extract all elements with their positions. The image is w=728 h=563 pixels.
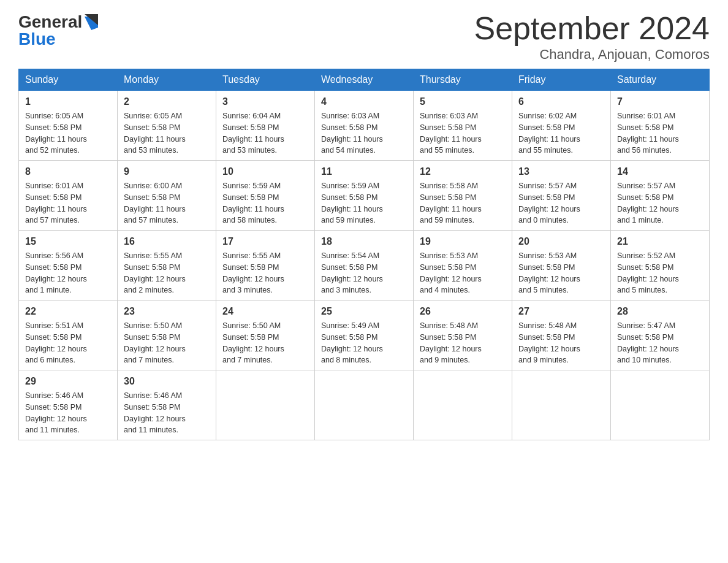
day-info: Sunrise: 5:57 AMSunset: 5:58 PMDaylight:…: [617, 180, 703, 226]
day-info: Sunrise: 6:04 AMSunset: 5:58 PMDaylight:…: [222, 110, 308, 156]
calendar-cell: 1Sunrise: 6:05 AMSunset: 5:58 PMDaylight…: [19, 91, 118, 161]
day-number: 17: [222, 234, 308, 249]
day-info: Sunrise: 5:56 AMSunset: 5:58 PMDaylight:…: [25, 250, 111, 296]
calendar-cell: 14Sunrise: 5:57 AMSunset: 5:58 PMDayligh…: [611, 161, 710, 231]
day-info: Sunrise: 5:59 AMSunset: 5:58 PMDaylight:…: [222, 180, 308, 226]
calendar-cell: 15Sunrise: 5:56 AMSunset: 5:58 PMDayligh…: [19, 231, 118, 301]
calendar-cell: 10Sunrise: 5:59 AMSunset: 5:58 PMDayligh…: [216, 161, 315, 231]
month-title: September 2024: [474, 12, 710, 44]
calendar-cell: 27Sunrise: 5:48 AMSunset: 5:58 PMDayligh…: [512, 301, 611, 370]
day-info: Sunrise: 6:05 AMSunset: 5:58 PMDaylight:…: [124, 110, 210, 156]
calendar-cell: 28Sunrise: 5:47 AMSunset: 5:58 PMDayligh…: [611, 301, 710, 370]
day-info: Sunrise: 6:02 AMSunset: 5:58 PMDaylight:…: [518, 110, 604, 156]
day-info: Sunrise: 5:48 AMSunset: 5:58 PMDaylight:…: [518, 320, 604, 366]
day-number: 5: [420, 94, 506, 109]
day-info: Sunrise: 5:58 AMSunset: 5:58 PMDaylight:…: [420, 180, 506, 226]
calendar-cell: [216, 370, 315, 440]
calendar-cell: [611, 370, 710, 440]
calendar-cell: 24Sunrise: 5:50 AMSunset: 5:58 PMDayligh…: [216, 301, 315, 370]
day-info: Sunrise: 5:50 AMSunset: 5:58 PMDaylight:…: [222, 320, 308, 366]
calendar-week-row: 15Sunrise: 5:56 AMSunset: 5:58 PMDayligh…: [19, 231, 710, 301]
calendar-cell: 11Sunrise: 5:59 AMSunset: 5:58 PMDayligh…: [315, 161, 414, 231]
day-number: 20: [518, 234, 604, 249]
day-number: 19: [420, 234, 506, 249]
calendar-header-row: Sunday Monday Tuesday Wednesday Thursday…: [19, 69, 710, 91]
calendar-cell: 7Sunrise: 6:01 AMSunset: 5:58 PMDaylight…: [611, 91, 710, 161]
day-number: 21: [617, 234, 703, 249]
calendar-cell: 22Sunrise: 5:51 AMSunset: 5:58 PMDayligh…: [19, 301, 118, 370]
calendar-cell: 8Sunrise: 6:01 AMSunset: 5:58 PMDaylight…: [19, 161, 118, 231]
day-number: 22: [25, 304, 111, 319]
day-number: 1: [25, 94, 111, 109]
day-number: 2: [124, 94, 210, 109]
calendar-cell: [512, 370, 611, 440]
day-info: Sunrise: 6:01 AMSunset: 5:58 PMDaylight:…: [617, 110, 703, 156]
day-info: Sunrise: 6:01 AMSunset: 5:58 PMDaylight:…: [25, 180, 111, 226]
calendar-table: Sunday Monday Tuesday Wednesday Thursday…: [18, 69, 710, 440]
calendar-cell: 3Sunrise: 6:04 AMSunset: 5:58 PMDaylight…: [216, 91, 315, 161]
day-number: 3: [222, 94, 308, 109]
calendar-cell: 29Sunrise: 5:46 AMSunset: 5:58 PMDayligh…: [19, 370, 118, 440]
day-number: 12: [420, 164, 506, 179]
day-info: Sunrise: 5:49 AMSunset: 5:58 PMDaylight:…: [321, 320, 407, 366]
day-number: 13: [518, 164, 604, 179]
calendar-cell: 4Sunrise: 6:03 AMSunset: 5:58 PMDaylight…: [315, 91, 414, 161]
calendar-cell: 23Sunrise: 5:50 AMSunset: 5:58 PMDayligh…: [118, 301, 216, 370]
calendar-cell: 17Sunrise: 5:55 AMSunset: 5:58 PMDayligh…: [216, 231, 315, 301]
calendar-cell: 12Sunrise: 5:58 AMSunset: 5:58 PMDayligh…: [414, 161, 512, 231]
calendar-week-row: 22Sunrise: 5:51 AMSunset: 5:58 PMDayligh…: [19, 301, 710, 370]
calendar-cell: [414, 370, 512, 440]
day-info: Sunrise: 6:03 AMSunset: 5:58 PMDaylight:…: [420, 110, 506, 156]
calendar-week-row: 8Sunrise: 6:01 AMSunset: 5:58 PMDaylight…: [19, 161, 710, 231]
header-saturday: Saturday: [611, 69, 710, 91]
day-info: Sunrise: 5:57 AMSunset: 5:58 PMDaylight:…: [518, 180, 604, 226]
day-number: 10: [222, 164, 308, 179]
day-number: 9: [124, 164, 210, 179]
header-tuesday: Tuesday: [216, 69, 315, 91]
day-info: Sunrise: 5:50 AMSunset: 5:58 PMDaylight:…: [124, 320, 210, 366]
calendar-cell: 30Sunrise: 5:46 AMSunset: 5:58 PMDayligh…: [118, 370, 216, 440]
header-sunday: Sunday: [19, 69, 118, 91]
calendar-cell: 21Sunrise: 5:52 AMSunset: 5:58 PMDayligh…: [611, 231, 710, 301]
day-info: Sunrise: 5:53 AMSunset: 5:58 PMDaylight:…: [518, 250, 604, 296]
calendar-cell: 26Sunrise: 5:48 AMSunset: 5:58 PMDayligh…: [414, 301, 512, 370]
calendar-cell: 5Sunrise: 6:03 AMSunset: 5:58 PMDaylight…: [414, 91, 512, 161]
day-info: Sunrise: 5:46 AMSunset: 5:58 PMDaylight:…: [25, 390, 111, 436]
day-number: 14: [617, 164, 703, 179]
day-info: Sunrise: 6:05 AMSunset: 5:58 PMDaylight:…: [25, 110, 111, 156]
calendar-cell: 19Sunrise: 5:53 AMSunset: 5:58 PMDayligh…: [414, 231, 512, 301]
day-number: 16: [124, 234, 210, 249]
day-number: 15: [25, 234, 111, 249]
calendar-cell: 2Sunrise: 6:05 AMSunset: 5:58 PMDaylight…: [118, 91, 216, 161]
calendar-cell: [315, 370, 414, 440]
day-number: 24: [222, 304, 308, 319]
logo-blue-text: Blue: [18, 31, 56, 48]
day-info: Sunrise: 5:51 AMSunset: 5:58 PMDaylight:…: [25, 320, 111, 366]
day-info: Sunrise: 5:55 AMSunset: 5:58 PMDaylight:…: [124, 250, 210, 296]
header-monday: Monday: [118, 69, 216, 91]
logo: General Blue: [18, 12, 98, 48]
calendar-week-row: 1Sunrise: 6:05 AMSunset: 5:58 PMDaylight…: [19, 91, 710, 161]
day-number: 11: [321, 164, 407, 179]
day-number: 6: [518, 94, 604, 109]
calendar-cell: 13Sunrise: 5:57 AMSunset: 5:58 PMDayligh…: [512, 161, 611, 231]
day-number: 30: [124, 374, 210, 389]
day-number: 23: [124, 304, 210, 319]
day-number: 7: [617, 94, 703, 109]
day-number: 27: [518, 304, 604, 319]
title-area: September 2024 Chandra, Anjouan, Comoros: [474, 12, 710, 63]
calendar-cell: 20Sunrise: 5:53 AMSunset: 5:58 PMDayligh…: [512, 231, 611, 301]
calendar-cell: 18Sunrise: 5:54 AMSunset: 5:58 PMDayligh…: [315, 231, 414, 301]
day-number: 25: [321, 304, 407, 319]
day-info: Sunrise: 5:53 AMSunset: 5:58 PMDaylight:…: [420, 250, 506, 296]
day-number: 26: [420, 304, 506, 319]
calendar-cell: 16Sunrise: 5:55 AMSunset: 5:58 PMDayligh…: [118, 231, 216, 301]
header-thursday: Thursday: [414, 69, 512, 91]
page-header: General Blue September 2024 Chandra, Anj…: [18, 12, 710, 63]
calendar-cell: 6Sunrise: 6:02 AMSunset: 5:58 PMDaylight…: [512, 91, 611, 161]
day-info: Sunrise: 5:55 AMSunset: 5:58 PMDaylight:…: [222, 250, 308, 296]
day-number: 29: [25, 374, 111, 389]
calendar-week-row: 29Sunrise: 5:46 AMSunset: 5:58 PMDayligh…: [19, 370, 710, 440]
calendar-cell: 25Sunrise: 5:49 AMSunset: 5:58 PMDayligh…: [315, 301, 414, 370]
calendar-cell: 9Sunrise: 6:00 AMSunset: 5:58 PMDaylight…: [118, 161, 216, 231]
